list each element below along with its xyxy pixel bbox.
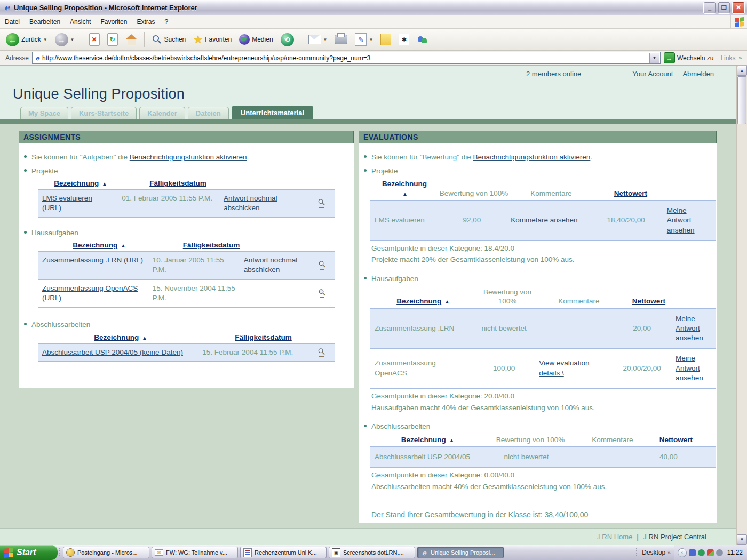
desktop-toolbar[interactable]: Desktop » [639,545,674,560]
tab-kalender[interactable]: Kalender [139,107,185,119]
back-button[interactable]: ← Zurück ▼ [3,32,50,47]
resubmit-link[interactable]: Antwort nochmal abschicken [244,256,298,274]
mail-dropdown-icon[interactable]: ▼ [323,37,328,42]
links-menu[interactable]: Links » [717,54,745,62]
tab-my-space[interactable]: My Space [20,107,68,119]
menu-bearbeiten[interactable]: Bearbeiten [25,17,65,27]
print-button[interactable] [332,34,350,45]
menu-ansicht[interactable]: Ansicht [65,17,96,27]
refresh-button[interactable]: ↻ [105,32,121,47]
toolbar-separator [82,32,82,47]
restore-button[interactable]: ❐ [718,2,730,14]
messenger-button[interactable] [414,33,431,46]
details-magnifier-icon[interactable] [308,344,335,361]
my-answer-link[interactable]: Meine Antwort ansehen [676,315,703,342]
eval-grade: nicht bewertet [482,447,571,467]
sort-nettowert[interactable]: Nettowert [632,297,665,305]
search-button[interactable]: Suchen [149,33,189,46]
details-magnifier-icon[interactable] [309,190,335,217]
address-dropdown-icon[interactable]: ▼ [649,53,659,63]
view-evaluation-link[interactable]: View evaluation details \ [539,359,589,377]
sort-faelligkeitsdatum[interactable]: Fälligkeitsdatum [149,179,206,187]
sort-bezeichnung[interactable]: Bezeichnung [94,333,139,341]
tab-kurs-startseite[interactable]: Kurs-Startseite [71,107,137,119]
home-button[interactable] [123,33,140,46]
notes-button[interactable] [378,33,394,46]
menu-help[interactable]: ? [160,17,173,27]
edit-button[interactable]: ✎▼ [352,32,376,47]
sort-bezeichnung[interactable]: Bezeichnung [54,179,99,187]
hausaufgaben-section-label: Hausaufgaben [364,274,717,284]
details-magnifier-icon[interactable] [309,280,335,307]
tray-collapse-icon[interactable]: ‹ [678,548,687,557]
comments-link[interactable]: Kommetare ansehen [511,216,577,224]
media-button[interactable]: Medien [236,33,275,46]
messenger-icon [417,34,428,45]
resubmit-link[interactable]: Antwort nochmal abschicken [224,194,277,212]
my-answer-link[interactable]: Meine Antwort ansehen [667,206,695,234]
search-icon [152,34,162,45]
details-magnifier-icon[interactable] [309,252,335,278]
mail-button[interactable]: ▼ [306,34,330,45]
network-tray-icon[interactable] [689,549,696,556]
sort-asc-icon: ▲ [449,437,454,444]
assignment-link[interactable]: LMS evaluieren (URL) [42,194,92,212]
address-input-wrap: e ▼ [32,52,661,64]
assignments-body: Sie können für "Aufgaben" die Benachrich… [19,143,354,388]
menu-datei[interactable]: Datei [0,17,25,27]
task-rechenzentrum[interactable]: Rechenzentrum Uni K... [240,547,327,558]
menu-extras[interactable]: Extras [132,17,160,27]
lrn-home-link[interactable]: .LRN Home [596,533,632,541]
stop-button[interactable]: ✕ [86,32,102,47]
menu-favoriten[interactable]: Favoriten [96,17,132,27]
minimize-button[interactable]: _ [703,2,716,14]
lrn-project-central-link[interactable]: .LRN Project Central [643,533,706,541]
members-online-link[interactable]: 2 members online [526,70,581,78]
back-dropdown-icon[interactable]: ▼ [43,37,47,42]
app-window-button[interactable]: ✱ [396,33,412,46]
forward-button[interactable]: → ▼ [52,32,77,47]
task-unique-selling-proposition[interactable]: e Unique Selling Proposi... [417,547,504,558]
forward-dropdown-icon[interactable]: ▼ [70,37,75,42]
sort-nettowert[interactable]: Nettowert [659,436,693,444]
due-date: 01. Februar 2005 11:55 P.M. [117,190,219,217]
go-button[interactable]: → Wechseln zu [664,52,713,63]
task-posteingang[interactable]: Posteingang - Micros... [63,547,149,558]
sort-bezeichnung[interactable]: Bezeichnung [401,436,446,444]
notify-activate-link[interactable]: Benachrichtigungsfunktion aktivieren [473,153,590,161]
globe-tray-icon[interactable] [698,549,705,556]
sort-bezeichnung[interactable]: Bezeichnung [73,241,117,249]
sort-nettowert[interactable]: Nettowert [614,189,647,197]
scroll-up-button[interactable]: ▲ [737,66,747,76]
tab-dateien[interactable]: Dateien [188,107,229,119]
vertical-scrollbar[interactable]: ▲ ▼ [736,66,747,545]
my-answer-link[interactable]: Meine Antwort ansehen [676,354,703,381]
task-mail-message[interactable]: ✉ FW: WG: Teilnahme v... [152,547,238,558]
edit-dropdown-icon[interactable]: ▼ [369,37,373,42]
sort-faelligkeitsdatum[interactable]: Fälligkeitsdatum [235,333,292,341]
sort-bezeichnung[interactable]: Bezeichnung [382,180,427,188]
notify-activate-link[interactable]: Benachrichtigungsfunktion aktivieren [130,153,247,161]
eval-net: 40,00 [642,447,695,467]
eval-net: 20,00/20,00 [613,359,671,378]
assignment-link[interactable]: Zusammenfassung .LRN (URL) [42,256,143,264]
assignment-link[interactable]: Abschlussarbeit USP 2004/05 (keine Daten… [42,348,183,356]
col-bewertung: Bewertung von 100% [476,287,539,306]
favorites-button[interactable]: ★ Favoriten [190,32,234,47]
sort-faelligkeitsdatum[interactable]: Fälligkeitsdatum [183,241,240,249]
your-account-link[interactable]: Your Account [632,70,673,78]
start-button[interactable]: Start [0,545,58,560]
logout-link[interactable]: Abmelden [682,70,714,78]
clock-tray-icon[interactable] [716,549,723,556]
address-input[interactable] [41,54,649,62]
assignment-link[interactable]: Zusammenfassung OpenACS (URL) [42,284,138,302]
task-screenshots[interactable]: ▣ Screenshots dotLRN.... [329,547,415,558]
tab-unterrichtsmaterial[interactable]: Unterrichtsmaterial [232,106,313,119]
user-band: 2 members online Your Account Abmelden [0,66,736,82]
scroll-down-button[interactable]: ▼ [737,534,747,545]
app-tray-icon[interactable] [707,549,714,556]
history-button[interactable]: ⟲ [278,32,297,47]
close-button[interactable]: ✕ [732,2,745,14]
scrollbar-thumb[interactable] [737,76,746,124]
sort-bezeichnung[interactable]: Bezeichnung [396,297,441,305]
